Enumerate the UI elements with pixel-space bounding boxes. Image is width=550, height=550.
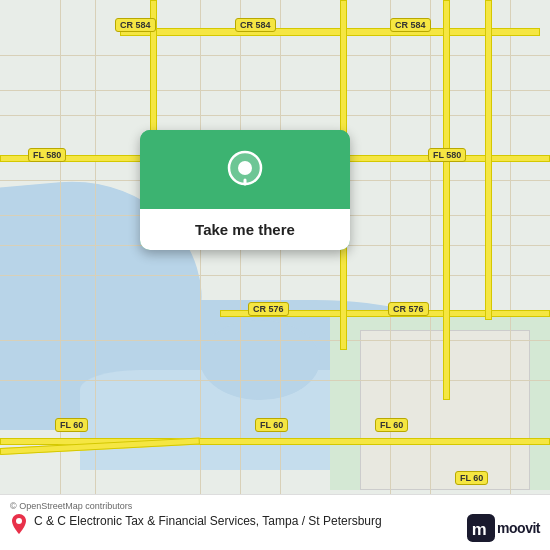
place-name: C & C Electronic Tax & Financial Service…	[34, 514, 461, 530]
take-me-there-button[interactable]: Take me there	[140, 209, 350, 250]
bottom-bar: © OpenStreetMap contributors C & C Elect…	[0, 494, 550, 550]
road-label-fl60-2: FL 60	[255, 418, 288, 432]
road-cr584	[120, 28, 540, 36]
road-label-fl60-4: FL 60	[455, 471, 488, 485]
road-label-cr576-1: CR 576	[248, 302, 289, 316]
water-inlet	[200, 320, 320, 400]
street-h	[0, 115, 550, 116]
svg-text:m: m	[472, 520, 487, 539]
road-vertical-4	[485, 0, 492, 320]
road-label-cr584-3: CR 584	[390, 18, 431, 32]
street-h	[0, 90, 550, 91]
street-v	[60, 0, 61, 550]
street-v	[510, 0, 511, 550]
street-v	[95, 0, 96, 550]
street-v	[240, 0, 241, 550]
road-label-fl60-3: FL 60	[375, 418, 408, 432]
moovit-text: moovit	[497, 520, 540, 536]
road-label-fl60-1: FL 60	[55, 418, 88, 432]
street-h	[0, 340, 550, 341]
street-h	[0, 275, 550, 276]
street-v	[200, 0, 201, 550]
street-v	[390, 0, 391, 550]
svg-point-2	[16, 518, 22, 524]
road-label-fl580-1: FL 580	[28, 148, 66, 162]
road-vertical-3	[443, 0, 450, 400]
street-v	[280, 0, 281, 550]
map-attribution: © OpenStreetMap contributors	[10, 501, 540, 511]
road-label-cr576-2: CR 576	[388, 302, 429, 316]
place-info: C & C Electronic Tax & Financial Service…	[10, 514, 540, 542]
road-label-fl580-2: FL 580	[428, 148, 466, 162]
popup-icon-area	[140, 130, 350, 209]
location-pin-icon	[223, 150, 267, 194]
map-container: CR 584 CR 584 CR 584 FL 580 FL 580 CR 57…	[0, 0, 550, 550]
road-label-cr584-1: CR 584	[115, 18, 156, 32]
road-label-cr584-2: CR 584	[235, 18, 276, 32]
moovit-pin-icon	[10, 514, 28, 536]
moovit-logo-icon: m	[467, 514, 495, 542]
street-h	[0, 380, 550, 381]
street-v	[430, 0, 431, 550]
svg-point-1	[238, 161, 252, 175]
moovit-logo: m moovit	[467, 514, 540, 542]
popup-card: Take me there	[140, 130, 350, 250]
street-h	[0, 55, 550, 56]
